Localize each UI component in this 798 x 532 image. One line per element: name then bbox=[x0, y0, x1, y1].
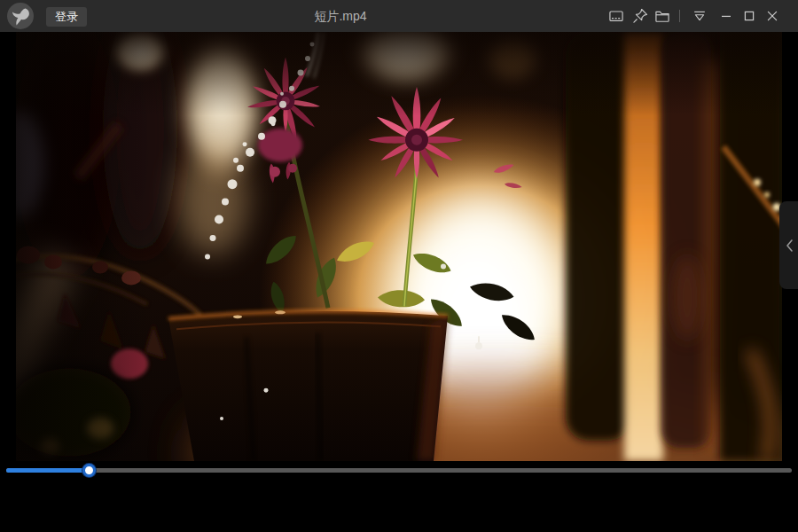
window-title: 短片.mp4 bbox=[314, 0, 366, 32]
video-canvas[interactable] bbox=[16, 32, 782, 461]
player-window: 登录 短片.mp4 bbox=[0, 0, 798, 532]
close-button[interactable] bbox=[763, 6, 782, 26]
titlebar[interactable]: 登录 短片.mp4 bbox=[0, 0, 798, 32]
seek-handle[interactable] bbox=[82, 464, 96, 477]
maximize-button[interactable] bbox=[739, 6, 759, 26]
mini-mode-icon[interactable] bbox=[606, 6, 626, 26]
titlebar-divider bbox=[679, 10, 680, 22]
seek-bar[interactable] bbox=[6, 468, 792, 473]
playlist-expand-tab[interactable] bbox=[779, 201, 798, 289]
login-button[interactable]: 登录 bbox=[46, 7, 87, 27]
seek-fill bbox=[6, 468, 89, 473]
main-menu-icon[interactable] bbox=[690, 6, 709, 26]
pin-icon[interactable] bbox=[630, 6, 650, 26]
minimize-button[interactable] bbox=[716, 6, 736, 26]
open-file-icon[interactable] bbox=[653, 6, 672, 26]
video-area[interactable] bbox=[0, 32, 798, 461]
chevron-left-icon bbox=[784, 238, 794, 254]
app-logo-icon[interactable] bbox=[7, 3, 34, 29]
control-bar: 00:00:03 / 00:00:30 bbox=[0, 461, 798, 532]
